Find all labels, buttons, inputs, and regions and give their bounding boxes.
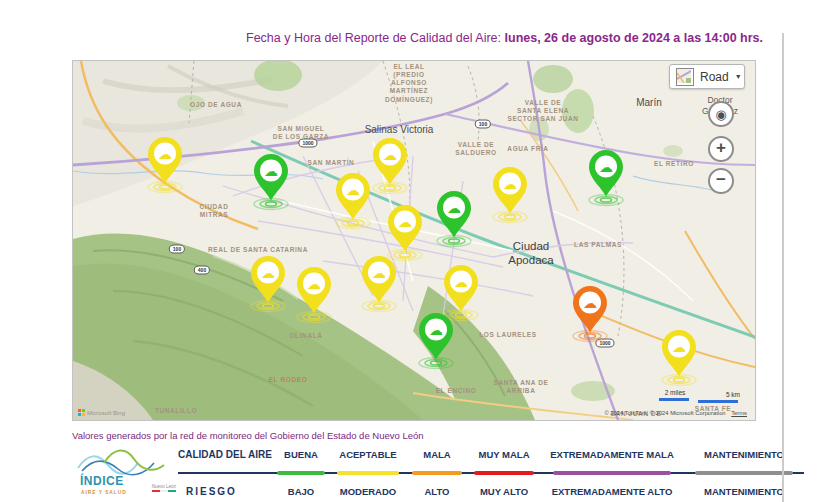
map-style-selector[interactable]: Road ▼	[669, 64, 745, 89]
road-shield: 400	[194, 266, 210, 275]
legend-category: ACEPTABLEMODERADO	[330, 446, 406, 500]
legend-divider	[178, 472, 272, 474]
attribution-text: © 2024 TomTom, © 2024 Microsoft Corporat…	[604, 410, 725, 416]
report-header-label: Fecha y Hora del Reporte de Calidad del …	[246, 31, 501, 45]
cloud-icon: ☁	[264, 163, 278, 179]
cloud-icon: ☁	[672, 339, 686, 355]
cloud-icon: ☁	[429, 322, 443, 338]
station-marker[interactable]: ☁	[488, 165, 532, 227]
station-marker[interactable]: ☁	[414, 311, 458, 373]
cloud-icon: ☁	[503, 176, 517, 192]
station-marker[interactable]: ☁	[249, 152, 293, 214]
cloud-icon: ☁	[158, 146, 172, 162]
nuevo-leon-seal: Nuevo León	[152, 484, 176, 492]
legend-category: MALAALTO	[406, 446, 468, 500]
indice-logo: ÍNDICE AIRE Y SALUD Nuevo León	[74, 446, 178, 500]
cloud-icon: ☁	[583, 295, 597, 311]
road-shield: 1000	[298, 139, 317, 148]
air-quality-map[interactable]: OJO DE AGUASAN MIGUEL DE LOS GARZASalina…	[72, 60, 756, 421]
legend-category: MUY MALAMUY ALTO	[468, 446, 540, 500]
legend-category: EXTREMADAMENTE MALAEXTREMADAMENTE ALTO	[540, 446, 684, 500]
cloud-icon: ☁	[599, 159, 613, 175]
report-header: Fecha y Hora del Reporte de Calidad del …	[246, 31, 763, 45]
legend-category: MANTENIMIENTOMANTENIMIENTO	[684, 446, 804, 500]
legend-risk-value: ALTO	[406, 486, 468, 497]
bing-logo: Microsoft Bing	[78, 409, 125, 416]
microsoft-icon	[78, 409, 85, 416]
station-marker[interactable]: ☁	[331, 171, 375, 233]
zoom-in-button[interactable]: +	[708, 136, 734, 162]
station-marker[interactable]: ☁	[292, 265, 336, 327]
road-shield: 100	[169, 245, 185, 254]
legend-risk-label: RIESGO	[178, 486, 272, 497]
legend: ÍNDICE AIRE Y SALUD Nuevo León CALIDAD D…	[74, 446, 748, 500]
bing-label: Microsoft Bing	[87, 410, 125, 416]
map-style-thumbnail-icon	[676, 68, 694, 86]
legend-quality-value: MANTENIMIENTO	[684, 449, 804, 460]
legend-quality-label: CALIDAD DEL AIRE	[178, 449, 272, 460]
cloud-icon: ☁	[261, 265, 275, 281]
legend-color-segment	[330, 471, 406, 475]
legend-row-labels: CALIDAD DEL AIRE RIESGO	[178, 446, 272, 500]
legend-color-segment	[468, 471, 540, 475]
map-style-label: Road	[700, 70, 729, 84]
cloud-icon: ☁	[447, 200, 461, 216]
plus-icon: +	[716, 138, 726, 158]
legend-quality-value: EXTREMADAMENTE MALA	[540, 449, 684, 460]
legend-color-segment	[406, 471, 468, 475]
station-marker[interactable]: ☁	[432, 189, 476, 251]
terms-link[interactable]: Terms	[731, 410, 747, 416]
legend-risk-value: MODERADO	[330, 486, 406, 497]
cloud-icon: ☁	[346, 182, 360, 198]
source-note: Valores generados por la red de monitore…	[72, 430, 424, 441]
cloud-icon: ☁	[383, 147, 397, 163]
legend-color-segment	[272, 471, 330, 475]
legend-color-segment	[540, 471, 684, 475]
station-marker[interactable]: ☁	[143, 135, 187, 197]
station-marker[interactable]: ☁	[246, 254, 290, 316]
chevron-down-icon: ▼	[735, 73, 742, 80]
cloud-icon: ☁	[372, 265, 386, 281]
indice-title: ÍNDICE	[80, 474, 124, 488]
station-marker[interactable]: ☁	[357, 254, 401, 316]
legend-risk-value: EXTREMADAMENTE ALTO	[540, 486, 684, 497]
report-header-value: lunes, 26 de agosto de 2024 a las 14:00 …	[505, 31, 763, 45]
station-marker[interactable]: ☁	[568, 284, 612, 346]
indice-subtitle: AIRE Y SALUD	[81, 490, 127, 495]
cloud-icon: ☁	[398, 214, 412, 230]
cloud-icon: ☁	[454, 274, 468, 290]
page-divider-line	[782, 33, 784, 502]
locate-button[interactable]: ◉	[708, 101, 734, 127]
legend-categories: BUENABAJOACEPTABLEMODERADOMALAALTOMUY MA…	[272, 446, 804, 500]
station-marker[interactable]: ☁	[584, 148, 628, 210]
legend-color-segment	[684, 471, 804, 475]
locate-icon: ◉	[715, 107, 726, 122]
legend-quality-value: ACEPTABLE	[330, 449, 406, 460]
station-marker[interactable]: ☁	[657, 328, 701, 390]
minus-icon: −	[716, 170, 726, 190]
legend-quality-value: MALA	[406, 449, 468, 460]
road-shield: 100	[475, 120, 491, 129]
legend-category: BUENABAJO	[272, 446, 330, 500]
cloud-icon: ☁	[307, 276, 321, 292]
zoom-out-button[interactable]: −	[708, 168, 734, 194]
legend-risk-value: BAJO	[272, 486, 330, 497]
map-attribution: © 2024 TomTom, © 2024 Microsoft Corporat…	[604, 410, 747, 416]
page: Fecha y Hora del Reporte de Calidad del …	[0, 0, 825, 502]
legend-quality-value: MUY MALA	[468, 449, 540, 460]
legend-quality-value: BUENA	[272, 449, 330, 460]
legend-risk-value: MUY ALTO	[468, 486, 540, 497]
legend-risk-value: MANTENIMIENTO	[684, 486, 804, 497]
